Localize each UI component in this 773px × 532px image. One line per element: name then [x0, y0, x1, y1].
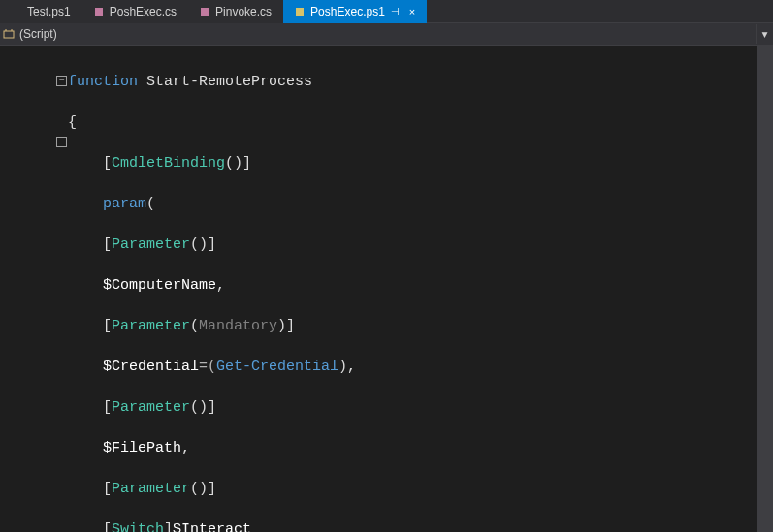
vertical-scrollbar[interactable] — [757, 46, 773, 532]
tab-poshexec-cs[interactable]: PoshExec.cs — [82, 0, 188, 23]
tab-poshexec-ps1[interactable]: PoshExec.ps1 ⊣ × — [283, 0, 427, 23]
bracket: ()] — [190, 236, 216, 253]
tab-pinvoke-cs[interactable]: Pinvoke.cs — [188, 0, 283, 23]
tab-bar: Test.ps1 PoshExec.cs Pinvoke.cs PoshExec… — [0, 0, 773, 23]
comma: , — [181, 440, 190, 456]
ps-file-icon — [295, 7, 305, 16]
bracket: [ — [68, 236, 112, 253]
variable: $Credential — [68, 359, 199, 375]
pin-icon[interactable]: ⊣ — [391, 6, 400, 16]
bracket: [ — [68, 399, 112, 416]
bracket: ()] — [190, 481, 216, 497]
paren: )] — [277, 318, 295, 334]
cs-file-icon — [200, 7, 209, 16]
svg-rect-0 — [95, 8, 103, 16]
context-bar: (Script) ▾ — [0, 23, 773, 46]
svg-rect-2 — [296, 8, 304, 16]
tab-label: PoshExec.ps1 — [310, 5, 385, 18]
bracket: [ — [68, 521, 112, 532]
attribute: Parameter — [112, 481, 190, 497]
variable: $FilePath — [68, 440, 181, 456]
param-arg: Mandatory — [199, 318, 277, 334]
gutter: − − — [0, 46, 68, 532]
code-editor[interactable]: − − function Start-RemoteProcess { [Cmdl… — [0, 46, 773, 532]
variable: $ComputerName — [68, 277, 216, 294]
scope-icon — [2, 27, 16, 41]
attribute: CmdletBinding — [112, 155, 225, 172]
attribute: Parameter — [112, 236, 190, 253]
fold-toggle[interactable]: − — [56, 76, 67, 86]
bracket: ()] — [225, 155, 251, 172]
bracket: [ — [68, 318, 112, 334]
close-icon[interactable]: × — [405, 6, 415, 17]
attribute: Parameter — [112, 399, 190, 416]
function-name: Start-RemoteProcess — [138, 74, 312, 90]
keyword: function — [68, 74, 138, 90]
keyword: param — [68, 196, 146, 212]
paren: ), — [338, 359, 356, 375]
attribute: Parameter — [112, 318, 190, 334]
operator: =( — [199, 359, 216, 375]
bracket: [ — [68, 481, 112, 497]
svg-rect-1 — [201, 8, 209, 16]
tab-label: Pinvoke.cs — [215, 5, 272, 18]
context-scope[interactable]: (Script) — [19, 27, 257, 41]
bracket: ] — [164, 521, 173, 532]
paren: ( — [190, 318, 199, 334]
tab-label: Test.ps1 — [27, 5, 71, 18]
cs-file-icon — [94, 7, 104, 16]
tab-test-ps1[interactable]: Test.ps1 — [0, 0, 82, 23]
comma: , — [216, 277, 225, 294]
chevron-down-icon[interactable]: ▾ — [756, 24, 773, 44]
variable: $Interact — [173, 521, 251, 532]
type: Switch — [112, 521, 164, 532]
code-area[interactable]: function Start-RemoteProcess { [CmdletBi… — [68, 46, 773, 532]
paren: ( — [146, 196, 155, 212]
svg-rect-3 — [4, 31, 14, 38]
brace: { — [68, 114, 77, 131]
bracket: [ — [68, 155, 112, 172]
tab-label: PoshExec.cs — [110, 5, 177, 18]
bracket: ()] — [190, 399, 216, 416]
fold-toggle[interactable]: − — [56, 137, 67, 147]
cmdlet: Get-Credential — [216, 359, 338, 375]
ps-file-icon — [12, 7, 21, 16]
